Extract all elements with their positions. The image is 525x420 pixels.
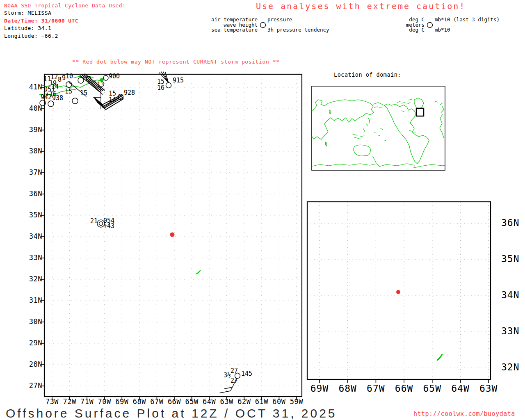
main-y-tick-label: 28N — [24, 361, 42, 368]
station-value-label: 16 — [157, 85, 164, 91]
cluster-station-circle — [66, 82, 72, 87]
main-x-tick-label: 59W — [287, 398, 306, 405]
main-y-tick-label: 33N — [24, 254, 42, 261]
main-x-tick-label: 66W — [164, 398, 184, 405]
cluster-station-circle — [72, 98, 78, 104]
cluster-station-circle — [48, 101, 54, 107]
main-y-tick-label: 34N — [24, 233, 42, 240]
station-symbols — [40, 72, 240, 393]
main-x-tick-label: 67W — [147, 398, 167, 405]
main-x-tick-label: 71W — [77, 398, 97, 405]
zoom-x-tick-label: 69W — [305, 384, 334, 393]
page-title: Offshore Surface Plot at 12Z / OCT 31, 2… — [6, 406, 337, 420]
zoom-y-tick-label: 35N — [501, 254, 520, 264]
main-x-tick-label: 72W — [60, 398, 80, 405]
main-y-tick-label: 35N — [24, 212, 42, 219]
station-value-label: 9 — [62, 75, 66, 81]
storm-position-dot-main — [170, 233, 175, 237]
station-circle-054-inner — [99, 222, 103, 226]
station-value-label: 8 — [58, 77, 62, 83]
zoom-y-tick-label: 36N — [501, 218, 520, 228]
main-x-tick-label: 62W — [234, 398, 254, 405]
legend-units-circle — [427, 23, 433, 28]
station-value-label: 942 — [41, 94, 52, 100]
axis-ticks — [41, 0, 494, 400]
main-x-tick-label: 65W — [182, 398, 202, 405]
plot-graphics — [0, 0, 525, 420]
zoom-y-tick-label: 34N — [501, 290, 520, 300]
main-y-tick-label: 39N — [24, 126, 42, 133]
legend-station-circle — [260, 23, 266, 28]
station-value-label: 3½ — [224, 372, 231, 379]
station-value-label: 13 — [97, 82, 104, 88]
main-y-tick-label: 40N — [24, 105, 42, 112]
domain-location-box — [416, 108, 424, 116]
main-y-tick-label: 30N — [24, 318, 42, 325]
station-value-label: 915 — [173, 78, 184, 84]
station-circle-915 — [166, 83, 171, 88]
station-value-label: 928 — [124, 90, 135, 96]
main-x-tick-label: 73W — [42, 398, 62, 405]
world-map-coastlines — [312, 98, 445, 168]
main-y-tick-label: 37N — [24, 169, 42, 176]
station-value-label: 900 — [109, 73, 120, 80]
cluster-station-circle — [103, 75, 108, 80]
main-y-tick-label: 27N — [24, 382, 42, 389]
main-x-tick-label: 63W — [217, 398, 237, 405]
main-y-tick-label: 38N — [24, 148, 42, 155]
storm-position-dot-zoom — [396, 290, 400, 294]
station-value-label: 938 — [52, 95, 63, 101]
zoom-x-tick-label: 64W — [446, 384, 475, 393]
zoom-y-tick-label: 32N — [501, 363, 520, 372]
station-value-label: 10 — [66, 73, 73, 80]
main-y-tick-label: 41N — [24, 84, 42, 91]
station-value-label: 145 — [241, 371, 252, 377]
zoom-x-tick-label: 66W — [390, 384, 418, 393]
main-y-tick-label: 29N — [24, 340, 42, 347]
plot-coastlines — [39, 76, 442, 360]
station-value-label: +43 — [103, 223, 114, 229]
station-value-label: 15 — [65, 89, 72, 95]
bermuda-main — [196, 271, 200, 274]
main-y-tick-label: 31N — [24, 297, 42, 304]
main-x-tick-label: 60W — [269, 398, 289, 405]
zoom-y-tick-label: 33N — [501, 326, 520, 336]
station-value-label: 15 — [80, 90, 87, 96]
world-map-frame — [312, 86, 445, 170]
station-value-label: 14 — [109, 97, 116, 103]
cluster-station-circle — [78, 78, 84, 83]
zoom-x-tick-label: 65W — [418, 384, 447, 393]
main-y-tick-label: 32N — [24, 276, 42, 283]
offshore-surface-plot-page: NOAA SSD Tropical Cyclone Data Used: Sto… — [0, 0, 525, 420]
bermuda-zoom — [437, 354, 442, 360]
main-y-tick-label: 36N — [24, 190, 42, 197]
source-url-link[interactable]: http://coolwx.com/buoydata — [413, 410, 515, 418]
station-value-label: 27 — [231, 368, 238, 374]
main-x-tick-label: 61W — [252, 398, 272, 405]
station-value-label: 21 — [90, 218, 98, 224]
main-x-tick-label: 70W — [95, 398, 114, 405]
zoom-x-tick-label: 63W — [474, 384, 503, 393]
main-x-tick-label: 69W — [112, 398, 132, 405]
main-x-tick-label: 64W — [199, 398, 219, 405]
station-value-label: 27 — [231, 378, 238, 384]
zoom-x-tick-label: 67W — [361, 384, 390, 393]
main-x-tick-label: 68W — [130, 398, 149, 405]
zoom-x-tick-label: 68W — [333, 384, 362, 393]
